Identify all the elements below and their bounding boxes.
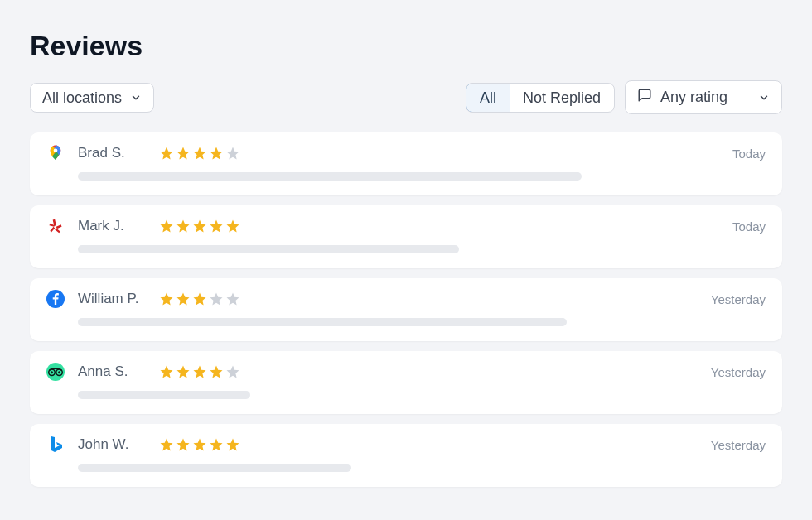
bing-icon [46,436,65,454]
review-body-placeholder [78,245,459,253]
svg-point-3 [51,371,53,373]
star-icon [159,364,174,379]
star-rating [159,146,240,161]
review-card[interactable]: Mark J. Today [30,205,782,268]
review-header: John W. Yesterday [46,436,766,454]
star-icon [192,437,207,452]
review-time: Yesterday [711,292,766,306]
chevron-down-icon [758,92,770,104]
chevron-down-icon [130,92,142,104]
location-filter-dropdown[interactable]: All locations [30,83,154,113]
rating-filter-dropdown[interactable]: Any rating [625,80,782,114]
location-filter-label: All locations [42,90,122,105]
reviewer-name: Brad S. [78,145,146,161]
star-icon [209,146,224,161]
star-icon [176,146,191,161]
review-body-placeholder [78,391,250,399]
review-card[interactable]: Anna S. Yesterday [30,351,782,414]
star-icon [225,364,240,379]
review-time: Yesterday [711,438,766,452]
review-header: Anna S. Yesterday [46,363,766,381]
svg-point-0 [54,149,58,153]
svg-point-4 [58,371,60,373]
page-title: Reviews [30,30,782,62]
star-icon [176,291,191,306]
star-icon [225,437,240,452]
star-icon [176,364,191,379]
reviewer-name: Mark J. [78,218,146,234]
star-rating [159,437,240,452]
review-time: Yesterday [711,365,766,379]
star-icon [209,437,224,452]
reviewer-name: William P. [78,291,146,307]
star-rating [159,364,240,379]
star-icon [209,291,224,306]
review-time: Today [732,219,766,234]
review-time: Today [732,147,766,161]
review-card[interactable]: Brad S. Today [30,132,782,195]
facebook-icon [46,290,65,308]
star-icon [225,291,240,306]
star-icon [176,437,191,452]
star-icon [192,364,207,379]
star-icon [176,219,191,234]
rating-filter-label: Any rating [660,89,727,106]
review-body-placeholder [78,318,567,326]
star-icon [192,219,207,234]
tripadvisor-icon [46,363,65,381]
star-icon [209,364,224,379]
review-header: Brad S. Today [46,144,766,162]
review-body-placeholder [78,464,351,472]
star-rating [159,219,240,234]
review-header: William P. Yesterday [46,290,766,308]
star-icon [225,219,240,234]
star-icon [209,219,224,234]
star-icon [192,291,207,306]
yelp-icon [46,217,65,235]
star-icon [192,146,207,161]
review-body-placeholder [78,172,582,181]
reviewer-name: John W. [78,436,146,453]
review-list: Brad S. Today Mark J. Today William P. Y… [30,132,782,487]
review-header: Mark J. Today [46,217,766,235]
reviewer-name: Anna S. [78,364,146,380]
reply-filter-tabs: All Not Replied [466,83,615,113]
star-rating [159,291,240,306]
review-card[interactable]: John W. Yesterday [30,424,782,487]
message-icon [637,88,652,107]
star-icon [225,146,240,161]
google-icon [46,144,65,162]
review-card[interactable]: William P. Yesterday [30,278,782,341]
star-icon [159,437,174,452]
tab-not-replied[interactable]: Not Replied [510,84,614,112]
star-icon [159,219,174,234]
star-icon [159,146,174,161]
tab-all[interactable]: All [466,83,510,113]
filters-row: All locations All Not Replied Any rating [30,80,782,114]
star-icon [159,291,174,306]
